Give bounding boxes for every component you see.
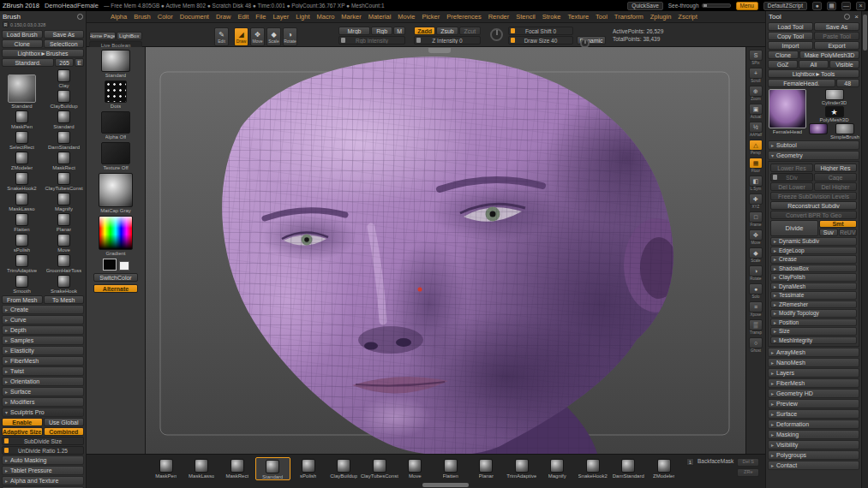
menu-item[interactable]: Tool [596, 13, 608, 21]
geometry-subsection-bar[interactable]: ▸ MeshIntegrity [770, 336, 857, 345]
menu-item[interactable]: Edit [237, 13, 248, 21]
suv-button[interactable]: Suv [819, 229, 838, 236]
menu-item[interactable]: Stencil [516, 13, 536, 21]
brush-thumbnail[interactable]: SelectRect [1, 130, 43, 150]
rotate-mode-button[interactable]: ◑Rotate [283, 27, 297, 46]
home-page-button[interactable]: Home Page [89, 32, 116, 40]
geometry-subsection-bar[interactable]: ▸ ClayPolish [770, 273, 857, 282]
right-shelf-button[interactable]: S SPix [749, 50, 763, 65]
right-shelf-button[interactable]: ◑ Rotate [749, 265, 763, 281]
tray-item[interactable]: Gradient [99, 216, 133, 256]
bottom-brush-thumbnail[interactable]: Flatten [433, 457, 469, 480]
bottom-brush-thumbnail[interactable]: Planar [469, 457, 505, 480]
clone-tool-button[interactable]: Clone [768, 51, 799, 59]
right-shelf-button[interactable]: △ Persp [749, 140, 763, 155]
use-global-button[interactable]: Use Global [44, 418, 85, 426]
minimize-icon[interactable]: — [841, 2, 851, 10]
brush-section-bar[interactable]: ▸ Depth [2, 325, 84, 335]
right-shelf-button[interactable]: ◧ L.Sym [749, 176, 763, 191]
cage-button[interactable]: Cage [814, 173, 857, 182]
sdiv-slider[interactable]: SDiv [770, 173, 813, 182]
brush-section-bar[interactable]: ▸ Orientation [2, 377, 84, 386]
brush-thumbnail[interactable]: Smooth [1, 274, 43, 294]
brush-section-bar[interactable]: ▸ Samples [2, 336, 84, 345]
goz-visible-button[interactable]: Visible [829, 60, 859, 68]
tray-item[interactable]: Dots [105, 80, 127, 109]
brush-thumbnail[interactable]: Clay [43, 68, 85, 88]
lightbox-brushes-button[interactable]: Lightbox►Brushes [2, 49, 84, 57]
tool-section-bar[interactable]: ▸ Surface [768, 409, 859, 419]
subdivide-size-slider[interactable]: SubDivide Size [2, 437, 84, 445]
brush-thumbnail[interactable]: DamStandard [43, 130, 85, 150]
brush-section-bar[interactable]: ▸ Curve [2, 315, 84, 324]
focal-shift-slider[interactable]: Focal Shift 0 [508, 27, 573, 35]
divide-button[interactable]: Divide [770, 220, 818, 236]
palette-circle-icon[interactable] [77, 14, 83, 20]
smt-button[interactable]: Smt [819, 220, 857, 228]
paste-tool-button[interactable]: Paste Tool [814, 32, 859, 40]
main-color-swatch[interactable] [103, 259, 117, 271]
see-through-control[interactable]: See-through [668, 3, 731, 9]
export-button[interactable]: Export [814, 41, 859, 50]
brush-thumbnail[interactable]: sPolish [1, 233, 43, 253]
menu-item[interactable]: Document [180, 13, 209, 21]
brush-thumbnail[interactable]: ClayTubesConst [43, 171, 85, 191]
bottom-brush-thumbnail[interactable]: Standard [255, 457, 291, 480]
right-shelf-button[interactable]: + Scroll [749, 68, 763, 83]
tool-section-bar[interactable]: ▸ Contact [768, 461, 859, 470]
default-zscript-button[interactable]: DefaultZScript [763, 2, 807, 10]
menu-item[interactable]: Stroke [542, 13, 561, 21]
geometry-subsection-bar[interactable]: ▸ DynaMesh [770, 283, 857, 291]
close-icon[interactable]: × [856, 2, 865, 10]
reuv-button[interactable]: ReUV [839, 229, 858, 236]
tool-section-bar[interactable]: ▸ Masking [768, 430, 859, 439]
simplebrush-thumbnail[interactable]: SimpleBrush [830, 123, 859, 140]
geometry-subsection-bar[interactable]: ▸ EdgeLoop [770, 247, 857, 255]
tool-section-bar[interactable]: ▸ NanoMesh [768, 358, 859, 367]
palette-circle-icon[interactable] [844, 14, 850, 20]
femalehead2-thumbnail[interactable] [809, 123, 828, 140]
adaptive-size-button[interactable]: Adaptive Size [2, 427, 43, 436]
lightbox-pull-tab[interactable] [428, 48, 451, 53]
geometry-subsection-bar[interactable]: ▸ ShadowBox [770, 265, 857, 273]
menu-item[interactable]: Preferences [446, 13, 481, 21]
brush-thumbnail[interactable]: SnakeHook2 [1, 171, 43, 191]
current-brush-name[interactable]: Standard. [2, 58, 54, 67]
focal-shift-gauge-icon[interactable] [490, 28, 503, 41]
menu-item[interactable]: Render [488, 13, 510, 21]
geometry-subsection-bar[interactable]: ▸ Modify Topology [770, 309, 857, 318]
load-brush-button[interactable]: Load Brush [2, 30, 43, 39]
menu-item[interactable]: Transform [614, 13, 644, 21]
right-shelf-button[interactable]: ▒ Transp [749, 319, 763, 335]
goz-all-button[interactable]: All [799, 60, 829, 68]
to-mesh-button[interactable]: To Mesh [44, 295, 85, 304]
brush-thumbnail[interactable]: Planar [43, 212, 85, 232]
right-shelf-button[interactable]: ● Solo [749, 283, 763, 299]
brush-thumbnail[interactable]: ClayBuildup [43, 89, 85, 109]
goz-button[interactable]: GoZ [768, 60, 798, 68]
menu-item[interactable]: Movie [398, 13, 415, 21]
grid-icon[interactable]: ▦ [827, 2, 836, 10]
save-as-button[interactable]: Save As [44, 30, 85, 39]
clone-brush-button[interactable]: Clone [2, 39, 43, 48]
brush-section-bar[interactable]: ▸ FiberMesh [2, 356, 84, 366]
del-lower-button[interactable]: Del Lower [770, 182, 813, 191]
tray-item[interactable]: MatCap Gray [99, 173, 133, 213]
switch-color-button[interactable]: SwitchColor [93, 273, 138, 282]
tray-item[interactable]: Alpha Off [101, 111, 130, 140]
brush-edit-button[interactable]: E [75, 58, 84, 67]
tool-section-bar[interactable]: ▸ ArrayMesh [768, 348, 859, 357]
reconstruct-subdiv-button[interactable]: Reconstruct Subdiv [770, 201, 857, 210]
brush-thumbnail[interactable]: GroomHairToss [43, 253, 85, 273]
tray-item[interactable]: Standard [101, 50, 130, 78]
menu-item[interactable]: Material [368, 13, 392, 21]
bottom-brush-thumbnail[interactable]: ZModeler [646, 457, 682, 480]
edit-button[interactable]: ✎ Edit [214, 27, 229, 46]
geometry-section-bar[interactable]: ▾ Geometry [768, 151, 859, 160]
bottom-brush-thumbnail[interactable]: Magnify [540, 457, 576, 480]
freeze-subdivision-button[interactable]: Freeze SubDivision Levels [770, 192, 857, 200]
brush-section-bar[interactable]: ▸ Elasticity [2, 346, 84, 355]
right-shelf-button[interactable]: ✥ Move [749, 229, 763, 245]
see-through-slider[interactable] [702, 3, 731, 8]
lower-res-button[interactable]: Lower Res [770, 164, 813, 172]
